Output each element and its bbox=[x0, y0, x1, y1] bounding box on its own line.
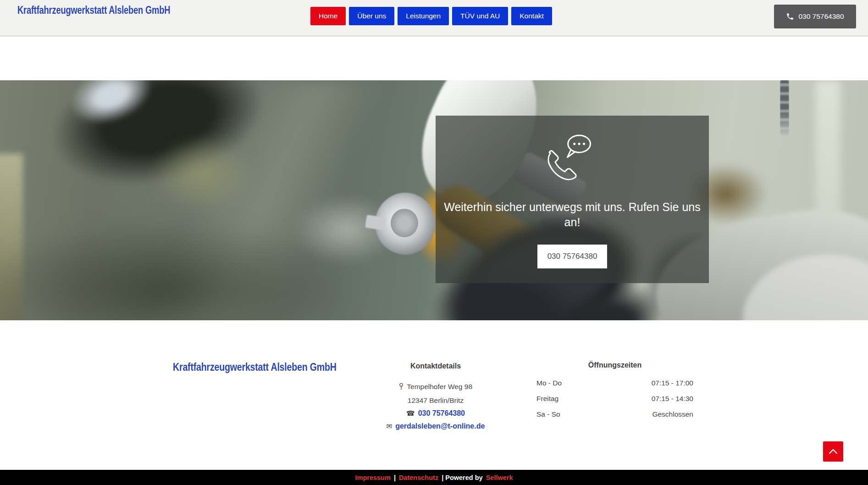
hero-photo-shape bbox=[151, 135, 257, 213]
hero-photo-shape bbox=[375, 193, 436, 255]
footer-email-link[interactable]: ✉ gerdalsleben@t-online.de bbox=[387, 420, 485, 433]
hours-time-value: 07:15 - 17:00 bbox=[652, 379, 693, 388]
footer-phone-number: 030 75764380 bbox=[418, 407, 465, 420]
hero-photo-shape bbox=[780, 80, 789, 137]
bottom-bar: Impressum | Datenschutz | Powered by Sel… bbox=[0, 470, 868, 485]
impressum-link[interactable]: Impressum bbox=[355, 474, 391, 481]
main-nav: Home Über uns Leistungen TÜV und AU Kont… bbox=[310, 7, 552, 25]
hero-photo-shape bbox=[738, 248, 868, 320]
envelope-icon: ✉ bbox=[387, 420, 393, 433]
hours-time-value: Geschlossen bbox=[652, 410, 693, 419]
nav-tuev-und-au[interactable]: TÜV und AU bbox=[452, 7, 508, 25]
nav-leistungen[interactable]: Leistungen bbox=[398, 7, 449, 25]
phone-icon bbox=[786, 12, 794, 21]
scroll-to-top-button[interactable] bbox=[823, 441, 843, 462]
hero-photo-shape bbox=[815, 80, 840, 320]
header-phone-label: 030 75764380 bbox=[798, 12, 844, 21]
hero-headline: Weiterhin sicher unterwegs mit uns. Rufe… bbox=[444, 200, 701, 230]
header-phone-button[interactable]: 030 75764380 bbox=[774, 5, 856, 28]
address-line-1: Tempelhofer Weg 98 bbox=[362, 380, 509, 394]
footer-hours-column: Öffnungszeiten Mo - Do 07:15 - 17:00 Fre… bbox=[536, 361, 693, 425]
header: Kraftfahrzeugwerkstatt Alsleben GmbH Hom… bbox=[0, 0, 868, 36]
footer-contact-column: Kontaktdetails Tempelhofer Weg 98 12347 … bbox=[362, 362, 509, 433]
nav-home[interactable]: Home bbox=[310, 7, 346, 25]
hero-photo-shape bbox=[62, 80, 160, 134]
separator: | bbox=[394, 474, 396, 481]
hours-day-label: Sa - So bbox=[536, 410, 560, 419]
chevron-up-icon bbox=[828, 448, 838, 455]
nav-ueber-uns[interactable]: Über uns bbox=[349, 7, 394, 25]
hero-photo-shape bbox=[115, 80, 463, 320]
phone-chat-icon bbox=[543, 131, 602, 188]
hero-image: Weiterhin sicher unterwegs mit uns. Rufe… bbox=[0, 80, 868, 320]
powered-by-text: | Powered by bbox=[442, 474, 482, 481]
contact-heading: Kontaktdetails bbox=[362, 362, 509, 370]
hero-photo-shape bbox=[0, 218, 358, 320]
footer-company-name: Kraftfahrzeugwerkstatt Alsleben GmbH bbox=[173, 361, 368, 374]
telephone-icon: ☎ bbox=[406, 407, 415, 420]
hours-row: Mo - Do 07:15 - 17:00 bbox=[536, 379, 693, 388]
sellwerk-link[interactable]: Sellwerk bbox=[486, 474, 513, 481]
hours-row: Sa - So Geschlossen bbox=[536, 410, 693, 419]
hero-photo-shape bbox=[365, 215, 386, 230]
hours-day-label: Freitag bbox=[536, 394, 558, 403]
nav-kontakt[interactable]: Kontakt bbox=[511, 7, 552, 25]
datenschutz-link[interactable]: Datenschutz bbox=[399, 474, 438, 481]
hours-day-label: Mo - Do bbox=[536, 379, 562, 388]
hero-phone-button[interactable]: 030 75764380 bbox=[537, 245, 607, 268]
hours-row: Freitag 07:15 - 14:30 bbox=[536, 394, 693, 403]
hero-photo-shape bbox=[391, 209, 418, 237]
footer-email-address: gerdalsleben@t-online.de bbox=[395, 420, 485, 433]
hero-photo-shape bbox=[39, 80, 277, 206]
street-text: Tempelhofer Weg 98 bbox=[407, 383, 472, 390]
hours-time-value: 07:15 - 14:30 bbox=[652, 394, 693, 403]
location-pin-icon bbox=[399, 384, 405, 391]
address-line-2: 12347 Berlin/Britz bbox=[362, 394, 509, 407]
hero-photo-shape bbox=[293, 195, 399, 264]
site-logo[interactable]: Kraftfahrzeugwerkstatt Alsleben GmbH bbox=[17, 3, 171, 18]
hero-photo-shape bbox=[0, 154, 23, 320]
footer-phone-link[interactable]: ☎ 030 75764380 bbox=[406, 407, 465, 420]
hours-heading: Öffnungszeiten bbox=[536, 361, 693, 369]
hero-overlay: Weiterhin sicher unterwegs mit uns. Rufe… bbox=[436, 116, 709, 283]
